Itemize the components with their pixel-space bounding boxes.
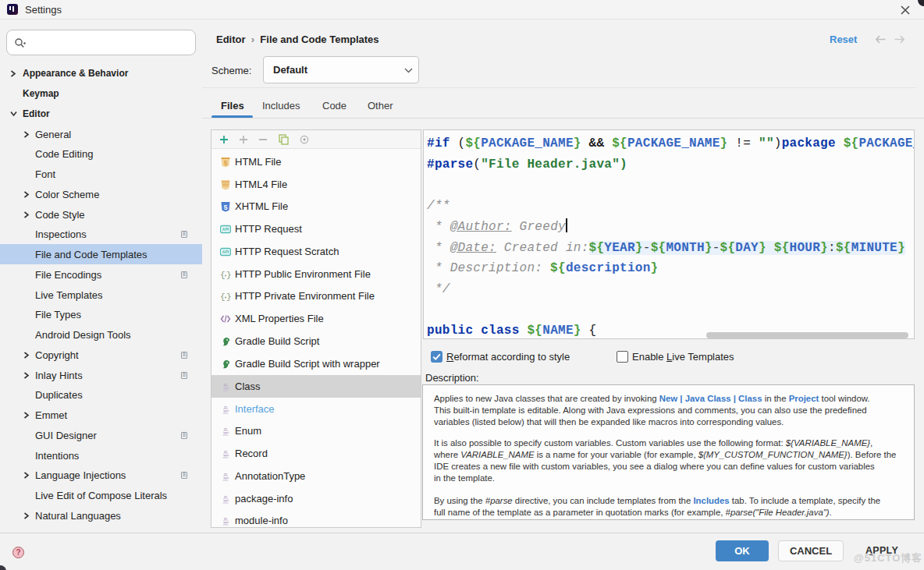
svg-text:5: 5 [224, 204, 228, 211]
svg-text:}: } [226, 271, 231, 280]
svg-text:5: 5 [224, 159, 228, 167]
svg-text:}: } [226, 292, 231, 302]
svg-text:{: { [220, 292, 226, 302]
svg-text:{: { [220, 271, 226, 280]
svg-text:API: API [222, 227, 229, 232]
svg-text:API: API [222, 250, 229, 254]
